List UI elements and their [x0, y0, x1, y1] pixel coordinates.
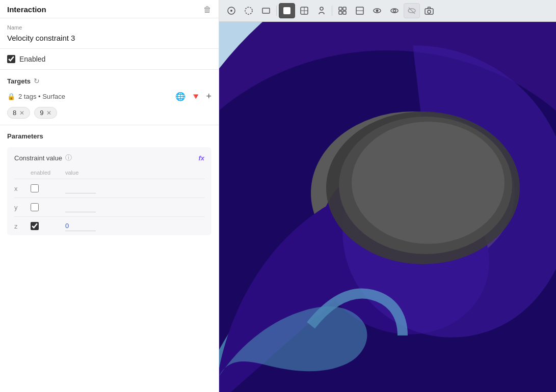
right-panel: [219, 0, 556, 392]
eye-variant-button[interactable]: [386, 3, 403, 18]
enabled-checkbox[interactable]: [7, 55, 15, 63]
enabled-col-header: enabled: [31, 170, 61, 176]
x-value-input[interactable]: [65, 183, 96, 193]
tag-label-9: 9: [40, 109, 43, 117]
eye-open-button[interactable]: [369, 3, 385, 18]
grid-flat-button[interactable]: [352, 3, 368, 18]
axis-y-label: y: [14, 204, 27, 211]
constraint-row-y: y: [14, 198, 204, 216]
constraint-label-row: Constraint value ⓘ: [14, 153, 72, 162]
svg-rect-11: [339, 11, 342, 14]
constraint-row-x: x: [14, 179, 204, 198]
tag-chip-9: 9 ✕: [34, 107, 57, 119]
toolbar-sep-1: [276, 6, 277, 16]
svg-rect-10: [343, 7, 346, 10]
targets-row: 🔒 2 tags • Surface 🌐 🔻 +: [7, 91, 211, 102]
grid-3d-button[interactable]: [334, 3, 351, 18]
svg-rect-12: [343, 11, 346, 14]
camera-button[interactable]: [421, 3, 437, 18]
tag-label-8: 8: [13, 109, 16, 117]
eye-hidden-button[interactable]: [404, 3, 420, 18]
y-value-input[interactable]: [65, 202, 96, 212]
tag-chip-8: 8 ✕: [7, 107, 30, 119]
x-enabled-checkbox[interactable]: [31, 184, 39, 192]
svg-point-8: [320, 7, 323, 10]
axis-col-header: [14, 170, 27, 176]
targets-section: Targets ↻ 🔒 2 tags • Surface 🌐 🔻 + 8 ✕ 9…: [0, 70, 219, 125]
targets-info: 🔒 2 tags • Surface: [7, 93, 65, 100]
svg-point-22: [428, 10, 431, 13]
tag-remove-9[interactable]: ✕: [46, 110, 51, 116]
svg-point-29: [352, 122, 505, 244]
refresh-icon[interactable]: ↻: [34, 77, 40, 85]
enabled-label: Enabled: [19, 55, 45, 63]
axis-z-label: z: [14, 222, 27, 230]
value-col-header: value: [65, 170, 204, 176]
tag-remove-8[interactable]: ✕: [19, 110, 24, 116]
solid-view-button[interactable]: [279, 3, 295, 18]
filter-icon[interactable]: 🔻: [191, 92, 201, 101]
3d-scene[interactable]: [219, 22, 556, 392]
add-target-button[interactable]: +: [206, 91, 211, 102]
svg-point-2: [245, 7, 252, 14]
svg-rect-3: [262, 8, 270, 13]
parameters-section: Parameters Constraint value ⓘ fx enabled…: [0, 125, 219, 240]
svg-rect-4: [283, 7, 290, 14]
z-enabled-checkbox[interactable]: [31, 222, 39, 230]
wireframe-button[interactable]: [296, 3, 312, 18]
name-section: Name: [0, 18, 219, 49]
constraint-header: Constraint value ⓘ fx: [14, 153, 204, 162]
enabled-section: Enabled: [0, 49, 219, 70]
delete-button[interactable]: 🗑: [203, 6, 211, 14]
left-panel: Interaction 🗑 Name Enabled Targets ↻ 🔒 2…: [0, 0, 219, 392]
axis-x-label: x: [14, 185, 27, 192]
y-enabled-checkbox[interactable]: [31, 203, 39, 211]
targets-actions: 🌐 🔻 +: [175, 91, 211, 102]
person-view-button[interactable]: [313, 3, 330, 18]
select-circle-button[interactable]: [223, 3, 240, 18]
constraint-row-z: z: [14, 216, 204, 235]
constraint-table-header: enabled value: [14, 167, 204, 179]
info-icon[interactable]: ⓘ: [65, 153, 72, 162]
z-value-input[interactable]: [65, 221, 96, 231]
svg-rect-9: [339, 7, 342, 10]
toolbar-sep-2: [332, 6, 332, 16]
toolbar: [219, 0, 556, 22]
tags-text: 2 tags • Surface: [18, 93, 65, 100]
lock-icon: 🔒: [7, 93, 15, 100]
select-area-button[interactable]: [241, 3, 257, 18]
name-input[interactable]: [7, 33, 211, 43]
panel-title: Interaction: [7, 5, 46, 14]
rectangle-select-button[interactable]: [258, 3, 274, 18]
svg-point-1: [230, 10, 232, 12]
constraint-box: Constraint value ⓘ fx enabled value x y: [7, 147, 211, 235]
tags-row: 8 ✕ 9 ✕: [7, 107, 211, 119]
svg-point-16: [376, 10, 379, 12]
globe-icon[interactable]: 🌐: [175, 92, 186, 101]
svg-point-18: [393, 10, 396, 12]
targets-title-row: Targets ↻: [7, 77, 211, 85]
constraint-label: Constraint value: [14, 154, 62, 162]
parameters-title: Parameters: [7, 132, 211, 140]
targets-title: Targets: [7, 77, 31, 85]
panel-header: Interaction 🗑: [0, 0, 219, 18]
scene-svg: [219, 22, 556, 392]
fx-button[interactable]: fx: [198, 154, 204, 162]
name-label: Name: [7, 24, 211, 31]
